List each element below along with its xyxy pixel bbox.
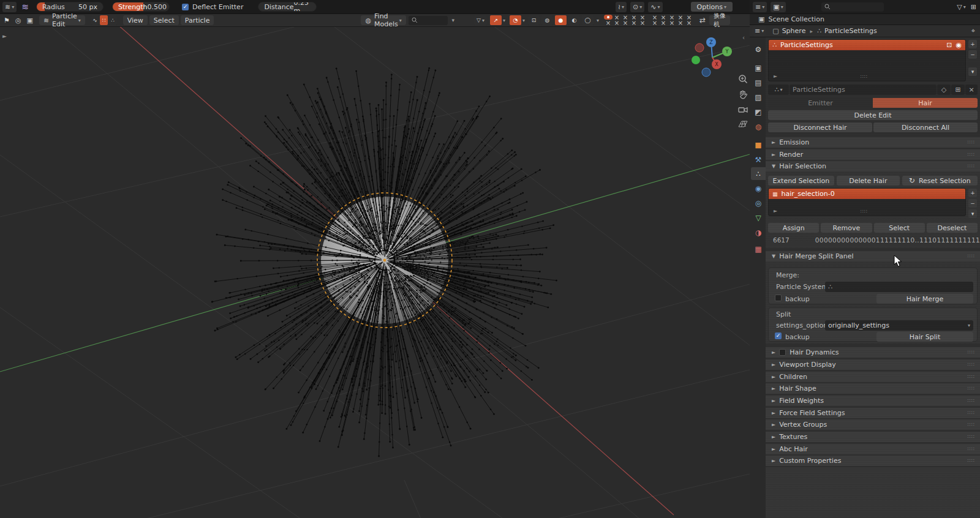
grip-icon[interactable]: ∷∷ [968, 386, 975, 391]
grip-icon[interactable]: ∷∷ [968, 434, 975, 440]
menu-select[interactable]: Select [149, 15, 179, 25]
gizmo-neg-y-axis[interactable] [692, 56, 700, 64]
mode-dropdown[interactable]: ≋ Particle Edit ▾ [39, 15, 85, 25]
comb-brush-icon[interactable]: ≋ [21, 2, 29, 12]
add-selection-button[interactable]: + [968, 189, 977, 197]
overlay-x-toggle[interactable]: × [659, 20, 668, 26]
panel-children[interactable]: ►Children∷∷ [766, 372, 980, 382]
grip-icon[interactable]: ∷∷ [968, 410, 975, 416]
editor-type-dropdown[interactable]: ≡ ▾ [753, 2, 767, 12]
menu-view[interactable]: View [123, 15, 148, 25]
overlay-x-toggle[interactable]: × [668, 20, 676, 26]
grip-icon[interactable]: ∷∷ [968, 446, 975, 452]
tab-modifiers[interactable]: ⚒ [751, 153, 766, 166]
shading-rendered-icon[interactable]: ◯ [582, 15, 594, 25]
grip-icon[interactable]: ∷∷ [968, 140, 975, 145]
tab-output[interactable]: ▤ [751, 76, 766, 89]
overlay-x-toggle[interactable]: × [630, 20, 638, 26]
sidebar-collapse-chevron[interactable]: ‹ [742, 34, 745, 41]
split-backup-checkbox[interactable]: ✓ [775, 332, 782, 339]
snap-dropdown[interactable]: ↗ ▾ [489, 15, 507, 26]
grip-icon[interactable]: ∷∷ [968, 362, 975, 367]
tab-object-data[interactable]: ▽ [751, 211, 766, 224]
assign-button[interactable]: Assign [768, 223, 819, 233]
particle-systems-list[interactable]: ∴ ParticleSettings ⊡ ◉ ► ∷∷ [768, 39, 966, 81]
delete-hair-button[interactable]: Delete Hair [837, 176, 900, 186]
camera-view-icon[interactable] [737, 104, 748, 115]
tab-constraints[interactable]: ◎ [751, 197, 766, 209]
deflect-emitter-checkbox[interactable]: ✓ [182, 4, 189, 10]
pan-hand-icon[interactable] [737, 89, 748, 100]
fake-user-shield-button[interactable]: ◇ [937, 84, 951, 95]
new-copy-button[interactable]: ⊞ [951, 84, 965, 95]
list-grip[interactable]: ∷∷ [861, 74, 868, 80]
particle-system-row[interactable]: ∴ ParticleSettings ⊡ ◉ [769, 40, 965, 50]
filter-icon[interactable]: ▽ [957, 3, 962, 11]
breadcrumb-object[interactable]: Sphere [782, 27, 806, 35]
select-mode-tips-button[interactable]: ∴ [109, 15, 117, 25]
tab-render[interactable]: ▣ [751, 61, 766, 74]
remove-selection-button[interactable]: − [968, 199, 977, 208]
active-tool-dropdown[interactable]: ≋ ▾ [2, 2, 17, 12]
stroke-method-dropdown[interactable]: ≀ ▾ [616, 2, 627, 12]
grip-icon[interactable]: ∷∷ [968, 253, 975, 259]
panel-hair-merge-split[interactable]: ▼ Hair Merge Split Panel ∷∷ [766, 251, 980, 261]
remove-button[interactable]: Remove [821, 223, 872, 233]
deselect-button[interactable]: Deselect [927, 223, 978, 233]
find-models-search-input[interactable] [409, 16, 448, 25]
scene-collection-item[interactable]: Scene Collection [768, 15, 824, 23]
list-grip[interactable]: ∷∷ [861, 209, 868, 214]
add-particle-system-button[interactable]: + [968, 40, 977, 48]
reset-selection-button[interactable]: ↻ Reset Selection [902, 176, 978, 186]
viewport-3d[interactable]: Z Y X ► ‹ [0, 27, 750, 518]
hair-selection-list[interactable]: ▦ hair_selection-0 ► ∷∷ [768, 188, 966, 216]
overlay-x-toggle[interactable]: × [650, 20, 659, 26]
select-mode-path-button[interactable]: ∿ [91, 15, 99, 25]
new-collection-icon[interactable]: ⊞ [971, 3, 976, 11]
header-overflow-chevron[interactable]: ▾ [451, 17, 454, 23]
proportional-edit-dropdown[interactable]: ◔ ▾ [508, 15, 526, 26]
overlay-x-toggle[interactable]: × [685, 20, 693, 26]
emitter-toggle-button[interactable]: Emitter [768, 98, 873, 108]
clipboard-icon[interactable]: ▣ [26, 17, 32, 24]
annotate-icon[interactable]: ◎ [15, 17, 21, 24]
toolbar-expand-chevron[interactable]: ► [2, 33, 7, 39]
settings-options-dropdown[interactable]: originally_settings ▾ [825, 320, 973, 331]
distance-slider[interactable]: Distance 0.25 m [258, 2, 317, 12]
bookmark-icon[interactable]: ⚑ [4, 17, 10, 24]
strength-slider[interactable]: Strength 0.500 [112, 2, 170, 12]
datablock-name-field[interactable]: ParticleSettings [790, 84, 937, 95]
overlay-active-toggle[interactable] [604, 15, 612, 20]
overlay-x-toggle[interactable]: × [612, 20, 621, 26]
gizmo-neg-z-axis[interactable] [702, 68, 710, 77]
tab-tool[interactable]: ⚙ [751, 43, 766, 56]
properties-editor-dropdown[interactable]: ≡ ▾ [752, 26, 766, 36]
navigation-gizmo[interactable]: Z Y X [687, 31, 737, 81]
extend-selection-button[interactable]: Extend Selection [768, 176, 834, 186]
disconnect-all-button[interactable]: Disconnect All [873, 122, 978, 132]
select-button[interactable]: Select [874, 223, 925, 233]
tab-physics[interactable]: ◉ [751, 182, 766, 195]
panel-emission[interactable]: ► Emission ∷∷ [766, 137, 980, 148]
screen-icon[interactable]: ⊡ [946, 41, 952, 49]
outliner-search-input[interactable] [821, 2, 884, 12]
grip-icon[interactable]: ∷∷ [968, 458, 975, 464]
grip-icon[interactable]: ∷∷ [968, 350, 975, 355]
panel-hair-selection[interactable]: ▼ Hair Selection ∷∷ [766, 161, 980, 171]
options-button[interactable]: Options ▾ [691, 2, 733, 12]
panel-field-weights[interactable]: ►Field Weights∷∷ [766, 396, 980, 406]
list-filter-expand[interactable]: ► [774, 73, 777, 79]
panel-textures[interactable]: ►Textures∷∷ [766, 432, 980, 442]
tab-particles[interactable]: ∴ [751, 167, 766, 180]
list-filter-expand[interactable]: ► [774, 208, 777, 214]
shading-solid-icon[interactable]: ● [555, 15, 567, 25]
panel-render[interactable]: ► Render ∷∷ [766, 149, 980, 160]
falloff-curve-dropdown[interactable]: ∿ ▾ [648, 2, 662, 12]
hair-dynamics-checkbox[interactable] [779, 349, 786, 356]
tab-world[interactable]: ◍ [751, 120, 766, 133]
breadcrumb-settings[interactable]: ParticleSettings [824, 27, 877, 35]
display-mode-dropdown[interactable]: ▣ ▾ [771, 2, 785, 12]
radius-slider[interactable]: Radius 50 px [36, 2, 104, 12]
hair-toggle-button[interactable]: Hair [873, 98, 978, 108]
panel-force-field-settings[interactable]: ►Force Field Settings∷∷ [766, 408, 980, 418]
